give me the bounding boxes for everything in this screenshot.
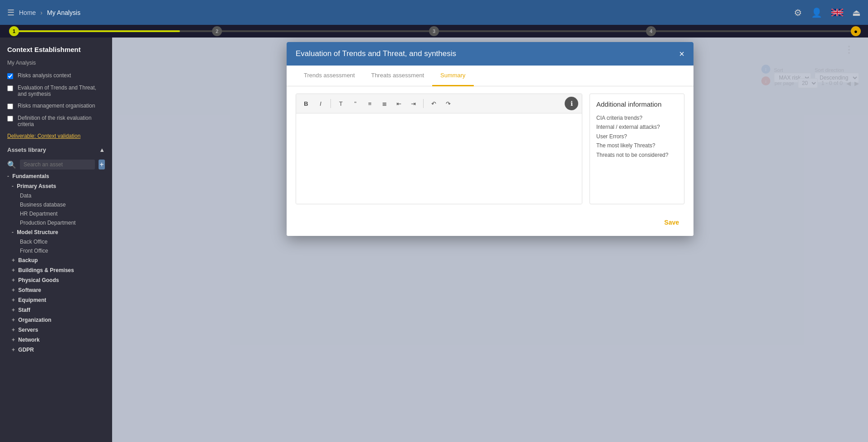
tree-item-production-dept[interactable]: Production Department bbox=[0, 218, 112, 227]
sidebar-item-definition[interactable]: Definition of the risk evaluation criter… bbox=[0, 112, 112, 130]
tab-summary[interactable]: Summary bbox=[432, 66, 474, 86]
left-sidebar: Context Establishment My Analysis Risks … bbox=[0, 38, 112, 442]
tree-item-software[interactable]: + Software bbox=[0, 285, 112, 295]
tree-item-data[interactable]: Data bbox=[0, 191, 112, 200]
editor-textarea[interactable] bbox=[296, 113, 582, 204]
tree-item-gdpr[interactable]: + GDPR bbox=[0, 345, 112, 355]
language-flag[interactable] bbox=[831, 9, 843, 16]
editor-toolbar: B I T " ≡ ≣ ⇤ ⇥ ↶ ↷ bbox=[296, 94, 582, 113]
indent-increase-button[interactable]: ⇥ bbox=[407, 98, 420, 109]
bold-button[interactable]: B bbox=[300, 98, 312, 109]
undo-icon: ↶ bbox=[431, 100, 436, 107]
nav-right: ⚙ 👤 ⏏ bbox=[794, 7, 861, 18]
tree-item-physical-goods[interactable]: + Physical Goods bbox=[0, 275, 112, 285]
tree-item-staff[interactable]: + Staff bbox=[0, 305, 112, 315]
format-button[interactable]: T bbox=[335, 98, 347, 109]
breadcrumb-home[interactable]: Home bbox=[19, 9, 36, 16]
redo-button[interactable]: ↷ bbox=[442, 98, 454, 109]
sidebar-item-evaluation[interactable]: Evaluation of Trends and Threat, and syn… bbox=[0, 82, 112, 100]
user-icon[interactable]: 👤 bbox=[811, 7, 822, 18]
checkbox-evaluation[interactable] bbox=[7, 85, 13, 91]
additional-info-title: Additional information bbox=[596, 100, 678, 108]
list-ol-icon: ≣ bbox=[382, 100, 387, 107]
sidebar-item-label: Risks analysis context bbox=[18, 72, 71, 79]
breadcrumb-current: My Analysis bbox=[47, 9, 80, 16]
tree-item-network[interactable]: + Network bbox=[0, 335, 112, 345]
progress-step-4[interactable]: 4 bbox=[646, 26, 656, 36]
settings-icon[interactable]: ⚙ bbox=[794, 7, 802, 18]
checkbox-risks-mgmt[interactable] bbox=[7, 103, 13, 109]
sidebar-item-label: Risks management organisation bbox=[18, 103, 95, 109]
modal-body: B I T " ≡ ≣ ⇤ ⇥ ↶ ↷ bbox=[287, 86, 693, 212]
info-button[interactable]: ℹ bbox=[565, 97, 578, 110]
tree-item-model-structure[interactable]: - Model Structure bbox=[0, 227, 112, 237]
redo-icon: ↷ bbox=[446, 100, 451, 107]
quote-icon: " bbox=[354, 100, 357, 107]
bold-icon: B bbox=[304, 100, 308, 107]
main-layout: Context Establishment My Analysis Risks … bbox=[0, 38, 868, 442]
modal-dialog: Evaluation of Trends and Threat, and syn… bbox=[287, 42, 693, 236]
tree-item-organization[interactable]: + Organization bbox=[0, 315, 112, 325]
indent-decrease-button[interactable]: ⇤ bbox=[392, 98, 405, 109]
sidebar-section-title: Context Establishment bbox=[0, 38, 112, 58]
top-navigation: ☰ Home › My Analysis ⚙ 👤 ⏏ bbox=[0, 0, 868, 25]
info-line-2: Internal / external attacks? bbox=[596, 122, 678, 132]
format-icon: T bbox=[339, 100, 343, 107]
progress-step-1[interactable]: 1 bbox=[9, 26, 19, 36]
tree-item-business-database[interactable]: Business database bbox=[0, 200, 112, 209]
tree-item-back-office[interactable]: Back Office bbox=[0, 237, 112, 246]
list-ul-icon: ≡ bbox=[368, 100, 372, 107]
sidebar-item-label: Evaluation of Trends and Threat, and syn… bbox=[18, 85, 105, 97]
search-input[interactable] bbox=[20, 160, 95, 169]
progress-step-5[interactable]: ● bbox=[851, 26, 861, 36]
breadcrumb-separator: › bbox=[40, 9, 42, 16]
italic-button[interactable]: I bbox=[314, 98, 327, 109]
assets-collapse-icon[interactable]: ▲ bbox=[99, 146, 105, 153]
sidebar-item-risks-analysis[interactable]: Risks analysis context bbox=[0, 70, 112, 82]
additional-info-section: Additional information CIA criteria tren… bbox=[590, 94, 684, 204]
modal-backdrop: Evaluation of Trends and Threat, and syn… bbox=[112, 38, 868, 442]
tree-item-front-office[interactable]: Front Office bbox=[0, 246, 112, 255]
tree-item-hr-department[interactable]: HR Department bbox=[0, 209, 112, 218]
italic-icon: I bbox=[320, 100, 321, 107]
info-icon: ℹ bbox=[571, 100, 573, 107]
tab-threats-assessment[interactable]: Threats assessment bbox=[363, 66, 432, 86]
sidebar-search-bar: 🔍 + bbox=[0, 158, 112, 171]
progress-step-3[interactable]: 3 bbox=[429, 26, 439, 36]
additional-info-text: CIA criteria trends? Internal / external… bbox=[596, 113, 678, 160]
sidebar-assets-header: Assets library ▲ bbox=[0, 142, 112, 158]
modal-close-button[interactable]: × bbox=[679, 49, 684, 58]
list-ol-button[interactable]: ≣ bbox=[378, 98, 391, 109]
tree-item-primary-assets[interactable]: - Primary Assets bbox=[0, 181, 112, 191]
modal-title: Evaluation of Trends and Threat, and syn… bbox=[296, 49, 456, 58]
sidebar-item-risks-mgmt[interactable]: Risks management organisation bbox=[0, 100, 112, 112]
info-line-1: CIA criteria trends? bbox=[596, 113, 678, 122]
tab-trends-assessment[interactable]: Trends assessment bbox=[296, 66, 363, 86]
checkbox-definition[interactable] bbox=[7, 116, 13, 122]
nav-left: ☰ Home › My Analysis bbox=[7, 8, 788, 18]
tree-item-servers[interactable]: + Servers bbox=[0, 325, 112, 335]
tree-item-fundamentals[interactable]: - Fundamentals bbox=[0, 171, 112, 181]
list-ul-button[interactable]: ≡ bbox=[363, 98, 376, 109]
add-asset-button[interactable]: + bbox=[99, 160, 105, 169]
sidebar-deliverable[interactable]: Deliverable: Context validation bbox=[0, 130, 112, 142]
progress-step-2[interactable]: 2 bbox=[212, 26, 222, 36]
save-button[interactable]: Save bbox=[659, 216, 684, 229]
separator-2 bbox=[423, 99, 424, 108]
progress-bar: 1 2 3 4 ● bbox=[0, 25, 868, 38]
logout-icon[interactable]: ⏏ bbox=[852, 7, 861, 18]
quote-button[interactable]: " bbox=[349, 98, 362, 109]
indent-inc-icon: ⇥ bbox=[411, 100, 416, 107]
tree-item-backup[interactable]: + Backup bbox=[0, 255, 112, 265]
checkbox-risks-analysis[interactable] bbox=[7, 73, 13, 79]
tree-item-buildings[interactable]: + Buildings & Premises bbox=[0, 265, 112, 275]
editor-section: B I T " ≡ ≣ ⇤ ⇥ ↶ ↷ bbox=[296, 94, 582, 204]
undo-button[interactable]: ↶ bbox=[427, 98, 440, 109]
tree-item-equipment[interactable]: + Equipment bbox=[0, 295, 112, 305]
separator-1 bbox=[330, 99, 331, 108]
indent-dec-icon: ⇤ bbox=[396, 100, 401, 107]
hamburger-icon[interactable]: ☰ bbox=[7, 8, 14, 18]
info-line-3: User Errors? bbox=[596, 132, 678, 141]
main-content: ↕ ↓ Sort MAX risk Sort direction Descend… bbox=[112, 38, 868, 442]
info-line-4: The most likely Threats? bbox=[596, 141, 678, 150]
